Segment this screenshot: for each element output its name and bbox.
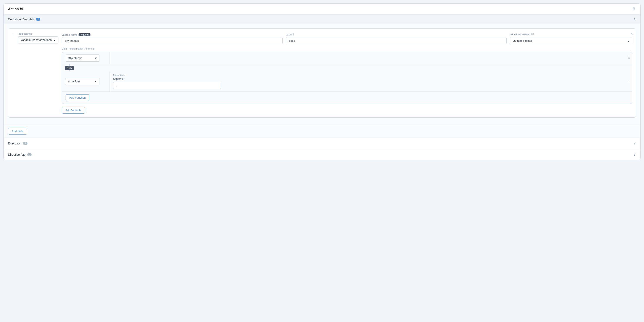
value-label: Value ? — [286, 33, 506, 36]
add-function-row: Add Function — [62, 92, 632, 104]
field-type-select[interactable]: Variable Transformations ∨ — [18, 36, 58, 43]
value-interpretation-label: Value interpretation ⓘ — [510, 32, 632, 36]
transform-row-1: ObjectKeys ∨ × — [62, 52, 632, 64]
transform-function-col-2: ArrayJoin ∨ — [62, 71, 110, 91]
condition-variable-badge: 1 — [36, 18, 40, 21]
field-settings-label: Field settings — [18, 32, 58, 35]
condition-variable-section-header[interactable]: Condition / Variable 1 ∧ — [4, 14, 640, 24]
directive-chevron[interactable]: ∨ — [634, 152, 636, 157]
arrayjoin-close-btn[interactable]: × — [626, 71, 632, 91]
value-interpretation-chevron: ∨ — [627, 39, 630, 42]
objectkeys-label: ObjectKeys — [68, 56, 82, 60]
directive-title: Directive flag — [8, 153, 26, 156]
main-content-col: Variable Name Required Value ? — [62, 32, 632, 113]
separator-input[interactable] — [113, 82, 222, 89]
field-type-chevron: ∨ — [54, 38, 56, 41]
directive-section-left: Directive flag 0 — [8, 153, 32, 156]
value-interpretation-select[interactable]: Variable Pointer ∨ — [510, 37, 632, 44]
directive-section-header[interactable]: Directive flag 0 ∨ — [4, 149, 640, 160]
field-card: ⠿ Field settings Variable Transformation… — [8, 28, 636, 118]
drag-handle[interactable]: ⠿ — [12, 33, 14, 37]
objectkeys-chevron: ∨ — [95, 56, 97, 60]
close-field-button[interactable]: × — [630, 31, 633, 36]
execution-section-left: Execution 0 — [8, 142, 28, 145]
transform-params-col-1 — [110, 52, 626, 64]
objectkeys-select[interactable]: ObjectKeys ∨ — [65, 54, 100, 62]
add-function-button[interactable]: Add Function — [66, 94, 90, 101]
value-group: Value ? — [286, 33, 506, 44]
condition-variable-title: Condition / Variable — [8, 17, 34, 21]
data-transform-label: Data Transformation Functions — [62, 47, 632, 50]
section-header-left: Condition / Variable 1 — [8, 17, 40, 21]
action-header: Action #1 🗑 — [4, 4, 640, 14]
value-interpretation-help-icon[interactable]: ⓘ — [531, 32, 534, 36]
variable-name-label: Variable Name Required — [62, 33, 283, 36]
condition-variable-body: ⠿ Field settings Variable Transformation… — [4, 24, 640, 125]
value-input[interactable] — [286, 37, 506, 44]
transform-container-close[interactable]: × — [628, 54, 630, 57]
directive-badge: 0 — [27, 153, 32, 156]
required-badge: Required — [78, 33, 90, 36]
transform-row-2: ArrayJoin ∨ Parameters Separator × — [62, 71, 632, 92]
add-field-row: Add Field — [4, 125, 640, 138]
data-transform-section: Data Transformation Functions ObjectKeys… — [62, 47, 632, 104]
variable-top-row: Variable Name Required Value ? — [62, 32, 632, 44]
params-label: Parameters — [113, 74, 622, 76]
execution-title: Execution — [8, 142, 21, 145]
transform-function-col-1: ObjectKeys ∨ — [62, 52, 110, 64]
arrayjoin-chevron: ∨ — [95, 80, 97, 83]
variable-name-input[interactable] — [62, 37, 283, 44]
value-interpretation-group: Value interpretation ⓘ Variable Pointer … — [510, 32, 632, 44]
arrayjoin-select[interactable]: ArrayJoin ∨ — [65, 78, 100, 85]
variable-name-group: Variable Name Required — [62, 33, 283, 44]
execution-badge: 0 — [23, 142, 27, 145]
field-settings-col: Field settings Variable Transformations … — [18, 32, 58, 43]
add-variable-row: Add Variable — [62, 107, 632, 113]
transform-params-col-2: Parameters Separator — [110, 71, 626, 91]
add-variable-button[interactable]: Add Variable — [62, 107, 85, 113]
and-badge: AND — [65, 66, 74, 70]
execution-chevron[interactable]: ∨ — [634, 141, 636, 145]
execution-section-header[interactable]: Execution 0 ∨ — [4, 138, 640, 149]
trash-icon[interactable]: 🗑 — [632, 7, 636, 11]
field-type-label: Variable Transformations — [20, 38, 52, 41]
value-interpretation-value: Variable Pointer — [512, 39, 532, 42]
transform-container: ObjectKeys ∨ × — [62, 52, 632, 104]
add-field-button[interactable]: Add Field — [8, 128, 27, 134]
action-title: Action #1 — [8, 7, 24, 11]
separator-label: Separator — [113, 77, 622, 80]
action-card: Action #1 🗑 Condition / Variable 1 ∧ ⠿ F… — [4, 3, 640, 160]
value-help-icon[interactable]: ? — [293, 33, 294, 36]
and-connector-row: AND — [62, 64, 632, 71]
chevron-up-icon[interactable]: ∧ — [634, 17, 636, 21]
arrayjoin-label: ArrayJoin — [68, 80, 80, 83]
